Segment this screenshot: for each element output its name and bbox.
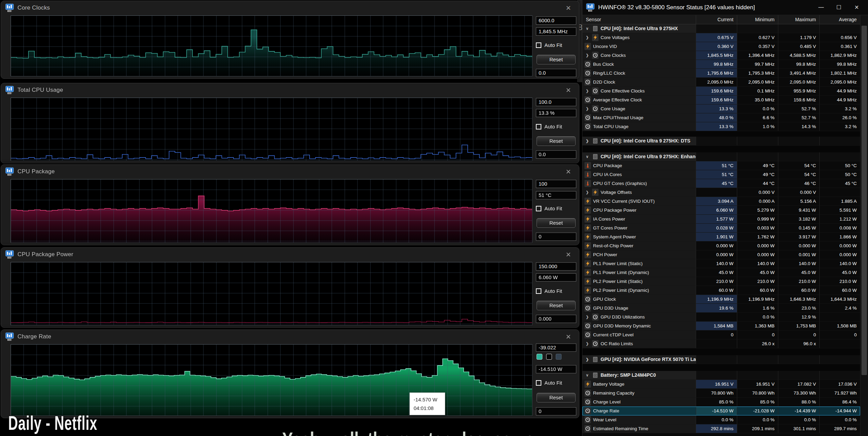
sensor-label-cell[interactable]: PL2 Power Limit (Dynamic) (582, 286, 696, 295)
current-value[interactable]: 99.8 MHz (696, 60, 737, 69)
minimum-value[interactable]: 0.000 V (737, 188, 778, 197)
total-cpu-usage-titlebar[interactable]: Total CPU Usage (1, 83, 579, 97)
minimum-value[interactable]: -21.028 W (737, 407, 778, 415)
current-value[interactable]: 210.0 W (696, 277, 737, 286)
chevron-right-icon[interactable]: ❯ (584, 87, 590, 95)
sensor-label-cell[interactable]: CPU Package Power (582, 206, 696, 215)
maximum-value[interactable]: 3.182 W (778, 215, 820, 224)
auto-fit-checkbox[interactable]: Auto Fit (536, 205, 562, 211)
chevron-right-icon[interactable]: ❯ (584, 137, 590, 145)
average-value[interactable] (820, 355, 860, 364)
current-value[interactable]: 70.800 Wh (696, 389, 737, 398)
maximum-value[interactable]: 54 °C (778, 170, 820, 179)
minimum-value[interactable]: 0.999 W (737, 215, 778, 224)
sensor-label-cell[interactable]: Uncore VID (582, 42, 696, 51)
column-header-minimum[interactable]: Minimum (737, 15, 778, 24)
maximum-value[interactable]: 4,588.5 MHz (778, 51, 820, 60)
maximum-value[interactable]: 9.431 W (778, 206, 820, 215)
current-value[interactable]: 6.060 W (696, 206, 737, 215)
minimum-value[interactable] (737, 24, 778, 33)
minimum-value[interactable]: 5.279 W (737, 206, 778, 215)
average-value[interactable]: 1,862.9 MHz (820, 51, 860, 60)
average-value[interactable] (820, 313, 860, 322)
average-value[interactable]: 0.008 W (820, 224, 860, 233)
maximum-value[interactable]: 14.3 % (778, 122, 820, 131)
reset-button[interactable]: Reset (537, 218, 576, 228)
sensor-row[interactable]: Estimated Remaining Time292.8 mins209.1 … (582, 424, 860, 433)
maximum-value[interactable]: 210.0 W (778, 277, 820, 286)
current-value[interactable]: 45.0 W (696, 268, 737, 277)
minimum-value[interactable]: 1.0 % (737, 122, 778, 131)
cpu-package-power-titlebar[interactable]: CPU Package Power (1, 248, 579, 261)
current-value-input[interactable]: 6.060 W (536, 273, 576, 282)
average-value[interactable]: 0.0 % (820, 415, 860, 424)
maximum-value[interactable]: 52.7 % (778, 104, 820, 113)
sensor-label-cell[interactable]: GPU Clock (582, 295, 696, 304)
sensor-group-row[interactable]: ❯GPU [#2]: NVIDIA GeForce RTX 5070 Ti La… (582, 355, 860, 364)
sensor-group-row[interactable]: ❯CPU [#0]: Intel Core Ultra 9 275HX: DTS (582, 137, 860, 146)
current-value[interactable]: 159.6 MHz (696, 87, 737, 96)
sensor-row[interactable]: PCH Power0.000 W0.000 W0.001 W0.000 W (582, 250, 860, 259)
sensor-label-cell[interactable]: Charge Level (582, 398, 696, 407)
current-value[interactable]: 140.0 W (696, 259, 737, 268)
minimum-value[interactable]: 26.0 x (737, 339, 778, 348)
sensor-row[interactable]: Ring/LLC Clock1,795.6 MHz1,795.3 MHz3,49… (582, 69, 860, 78)
sensor-label-cell[interactable]: ❯GPU D3D Utilizations (582, 313, 696, 322)
sensor-row[interactable]: GPU D3D Memory Dynamic1,584 MB1,363 MB1,… (582, 322, 860, 331)
average-value[interactable]: 0 (820, 331, 860, 339)
maximum-value[interactable]: 301.1 mins (778, 424, 820, 433)
average-value[interactable]: 99.8 MHz (820, 60, 860, 69)
sensor-label-cell[interactable]: ❯CPU [#0]: Intel Core Ultra 9 275HX: DTS (582, 137, 696, 146)
auto-fit-checkbox[interactable]: Auto Fit (536, 288, 562, 294)
average-value[interactable]: 71.927 Wh (820, 389, 860, 398)
minimize-icon[interactable]: — (818, 4, 824, 11)
sensor-row[interactable]: GPU Clock1,196.9 MHz1,196.9 MHz1,646.3 M… (582, 295, 860, 304)
sensor-label-cell[interactable]: Wear Level (582, 415, 696, 424)
chevron-right-icon[interactable]: ❯ (584, 339, 590, 348)
sensor-label-cell[interactable]: D2D Clock (582, 78, 696, 87)
maximum-value[interactable]: 3.917 W (778, 233, 820, 241)
sensor-label-cell[interactable]: Battery Voltage (582, 380, 696, 389)
close-icon[interactable]: ✕ (564, 167, 573, 176)
current-value[interactable]: 0.360 V (696, 42, 737, 51)
average-value[interactable]: 44.9 MHz (820, 96, 860, 104)
current-value[interactable] (696, 339, 737, 348)
minimum-value[interactable]: 0 (737, 331, 778, 339)
sensor-row[interactable]: ❯Core Effective Clocks159.6 MHz0.1 MHz95… (582, 87, 860, 96)
sensor-row[interactable]: System Agent Power1.901 W1.762 W3.917 W1… (582, 233, 860, 241)
scale-max-input[interactable]: -39.022 (536, 344, 576, 352)
current-value[interactable]: 1.901 W (696, 233, 737, 241)
maximum-value[interactable]: 1,646.3 MHz (778, 295, 820, 304)
scale-min-input[interactable]: 0 (536, 407, 576, 415)
minimum-value[interactable]: 0.357 V (737, 42, 778, 51)
checkbox-box[interactable] (536, 288, 541, 294)
sensor-label-cell[interactable]: Bus Clock (582, 60, 696, 69)
sensor-label-cell[interactable]: ∨CPU [#0]: Intel Core Ultra 9 275HX: Enh… (582, 152, 696, 161)
checkbox-box[interactable] (536, 42, 541, 48)
average-value[interactable] (820, 371, 860, 380)
maximum-value[interactable]: 54 °C (778, 161, 820, 170)
current-value[interactable]: 16.951 V (696, 380, 737, 389)
sensor-row[interactable]: Bus Clock99.8 MHz99.7 MHz99.8 MHz99.8 MH… (582, 60, 860, 69)
minimum-value[interactable]: 209.1 mins (737, 424, 778, 433)
sensor-label-cell[interactable]: Max CPU/Thread Usage (582, 113, 696, 122)
sensor-row[interactable]: ❯OC Ratio Limits26.0 x96.0 x (582, 339, 860, 348)
auto-fit-checkbox[interactable]: Auto Fit (536, 124, 562, 129)
current-value[interactable] (696, 188, 737, 197)
current-value[interactable]: 292.8 mins (696, 424, 737, 433)
sensor-row[interactable]: ❯Core Clocks1,845.5 MHz1,396.4 MHz4,588.… (582, 51, 860, 60)
average-value[interactable]: 26.0 % (820, 113, 860, 122)
maximum-value[interactable]: 159.6 MHz (778, 96, 820, 104)
current-value-input[interactable]: 13.3 % (536, 109, 576, 117)
average-value[interactable]: 5.591 W (820, 206, 860, 215)
scrollbar-thumb[interactable] (861, 26, 867, 375)
reset-button[interactable]: Reset (537, 136, 576, 146)
sensor-label-cell[interactable]: ❯Core Effective Clocks (582, 87, 696, 96)
current-value[interactable]: 2,095.0 MHz (696, 78, 737, 87)
sensor-label-cell[interactable]: ❯Core Voltages (582, 33, 696, 42)
minimum-value[interactable]: 0.1 MHz (737, 87, 778, 96)
cpu-package-titlebar[interactable]: CPU Package (1, 165, 579, 178)
current-value-input[interactable]: 51 °C (536, 191, 576, 199)
current-value[interactable] (696, 137, 737, 146)
sensor-row[interactable]: D2D Clock2,095.0 MHz2,095.0 MHz2,095.0 M… (582, 78, 860, 87)
